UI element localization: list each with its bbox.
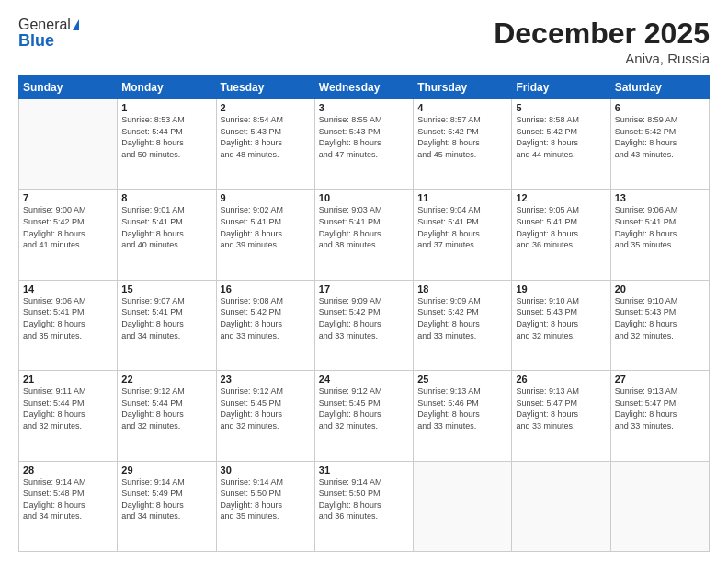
day-info: Sunrise: 8:59 AMSunset: 5:42 PMDaylight:… (615, 114, 705, 160)
day-info: Sunrise: 9:14 AMSunset: 5:50 PMDaylight:… (319, 477, 409, 523)
day-number: 14 (23, 283, 113, 294)
day-number: 8 (121, 192, 211, 203)
calendar-header-row: Sunday Monday Tuesday Wednesday Thursday… (19, 76, 710, 99)
calendar-day: 17Sunrise: 9:09 AMSunset: 5:42 PMDayligh… (314, 280, 413, 370)
calendar-week-row: 14Sunrise: 9:06 AMSunset: 5:41 PMDayligh… (19, 280, 710, 370)
day-number: 20 (615, 283, 705, 294)
calendar-day: 31Sunrise: 9:14 AMSunset: 5:50 PMDayligh… (314, 461, 413, 551)
day-info: Sunrise: 9:09 AMSunset: 5:42 PMDaylight:… (319, 295, 409, 341)
day-number: 26 (516, 373, 606, 385)
day-number: 6 (615, 102, 705, 113)
calendar-table: Sunday Monday Tuesday Wednesday Thursday… (18, 75, 710, 552)
calendar-day: 25Sunrise: 9:13 AMSunset: 5:46 PMDayligh… (414, 371, 512, 461)
calendar-day (512, 461, 610, 551)
day-info: Sunrise: 9:10 AMSunset: 5:43 PMDaylight:… (615, 295, 705, 341)
day-info: Sunrise: 9:00 AMSunset: 5:42 PMDaylight:… (23, 204, 113, 250)
day-info: Sunrise: 9:13 AMSunset: 5:47 PMDaylight:… (615, 385, 705, 431)
calendar-day: 28Sunrise: 9:14 AMSunset: 5:48 PMDayligh… (19, 461, 118, 551)
header-monday: Monday (118, 76, 216, 99)
day-info: Sunrise: 9:08 AMSunset: 5:42 PMDaylight:… (221, 295, 311, 341)
day-number: 28 (23, 465, 113, 476)
calendar-day: 8Sunrise: 9:01 AMSunset: 5:41 PMDaylight… (118, 190, 216, 280)
day-info: Sunrise: 9:07 AMSunset: 5:41 PMDaylight:… (121, 295, 211, 341)
day-number: 30 (221, 465, 311, 476)
day-number: 13 (615, 192, 705, 203)
day-info: Sunrise: 9:14 AMSunset: 5:49 PMDaylight:… (121, 477, 211, 523)
day-number: 2 (221, 102, 311, 113)
header-wednesday: Wednesday (314, 76, 413, 99)
header-saturday: Saturday (610, 76, 709, 99)
page: General Blue December 2025 Aniva, Russia… (0, 0, 728, 563)
day-number: 18 (417, 283, 507, 294)
calendar-day: 24Sunrise: 9:12 AMSunset: 5:45 PMDayligh… (314, 371, 413, 461)
day-number: 19 (516, 283, 606, 294)
day-info: Sunrise: 8:57 AMSunset: 5:42 PMDaylight:… (417, 114, 507, 160)
day-number: 5 (516, 102, 606, 113)
day-number: 11 (417, 192, 507, 203)
day-info: Sunrise: 9:01 AMSunset: 5:41 PMDaylight:… (121, 204, 211, 250)
calendar-day (19, 99, 118, 190)
calendar-title: December 2025 (494, 17, 710, 51)
day-number: 9 (221, 192, 311, 203)
calendar-week-row: 1Sunrise: 8:53 AMSunset: 5:44 PMDaylight… (19, 99, 710, 190)
day-number: 25 (417, 373, 507, 385)
calendar-day: 30Sunrise: 9:14 AMSunset: 5:50 PMDayligh… (216, 461, 314, 551)
calendar-day: 14Sunrise: 9:06 AMSunset: 5:41 PMDayligh… (19, 280, 118, 370)
day-info: Sunrise: 9:10 AMSunset: 5:43 PMDaylight:… (516, 295, 606, 341)
header-thursday: Thursday (414, 76, 512, 99)
calendar-subtitle: Aniva, Russia (494, 51, 710, 66)
calendar-day: 22Sunrise: 9:12 AMSunset: 5:44 PMDayligh… (118, 371, 216, 461)
calendar-day: 15Sunrise: 9:07 AMSunset: 5:41 PMDayligh… (118, 280, 216, 370)
day-number: 23 (221, 373, 311, 385)
calendar-day: 27Sunrise: 9:13 AMSunset: 5:47 PMDayligh… (610, 371, 709, 461)
day-number: 1 (121, 102, 211, 113)
day-info: Sunrise: 9:02 AMSunset: 5:41 PMDaylight:… (221, 204, 311, 250)
day-number: 10 (319, 192, 409, 203)
day-number: 3 (319, 102, 409, 113)
calendar-day: 26Sunrise: 9:13 AMSunset: 5:47 PMDayligh… (512, 371, 610, 461)
day-info: Sunrise: 9:13 AMSunset: 5:47 PMDaylight:… (516, 385, 606, 431)
header-tuesday: Tuesday (216, 76, 314, 99)
calendar-day: 3Sunrise: 8:55 AMSunset: 5:43 PMDaylight… (314, 99, 413, 190)
day-number: 31 (319, 465, 409, 476)
day-number: 15 (121, 283, 211, 294)
calendar-day: 9Sunrise: 9:02 AMSunset: 5:41 PMDaylight… (216, 190, 314, 280)
calendar-day: 19Sunrise: 9:10 AMSunset: 5:43 PMDayligh… (512, 280, 610, 370)
day-number: 22 (121, 373, 211, 385)
day-number: 17 (319, 283, 409, 294)
calendar-day: 10Sunrise: 9:03 AMSunset: 5:41 PMDayligh… (314, 190, 413, 280)
calendar-day: 7Sunrise: 9:00 AMSunset: 5:42 PMDaylight… (19, 190, 118, 280)
day-info: Sunrise: 9:12 AMSunset: 5:45 PMDaylight:… (221, 385, 311, 431)
calendar-day: 29Sunrise: 9:14 AMSunset: 5:49 PMDayligh… (118, 461, 216, 551)
day-info: Sunrise: 9:12 AMSunset: 5:45 PMDaylight:… (319, 385, 409, 431)
calendar-day: 4Sunrise: 8:57 AMSunset: 5:42 PMDaylight… (414, 99, 512, 190)
calendar-day: 18Sunrise: 9:09 AMSunset: 5:42 PMDayligh… (414, 280, 512, 370)
day-info: Sunrise: 9:03 AMSunset: 5:41 PMDaylight:… (319, 204, 409, 250)
header: General Blue December 2025 Aniva, Russia (18, 17, 710, 66)
calendar-week-row: 7Sunrise: 9:00 AMSunset: 5:42 PMDaylight… (19, 190, 710, 280)
day-number: 27 (615, 373, 705, 385)
calendar-day: 1Sunrise: 8:53 AMSunset: 5:44 PMDaylight… (118, 99, 216, 190)
day-info: Sunrise: 9:09 AMSunset: 5:42 PMDaylight:… (417, 295, 507, 341)
day-info: Sunrise: 9:13 AMSunset: 5:46 PMDaylight:… (417, 385, 507, 431)
day-info: Sunrise: 8:58 AMSunset: 5:42 PMDaylight:… (516, 114, 606, 160)
calendar-day (610, 461, 709, 551)
calendar-week-row: 28Sunrise: 9:14 AMSunset: 5:48 PMDayligh… (19, 461, 710, 551)
logo: General Blue (18, 17, 79, 51)
calendar-day: 23Sunrise: 9:12 AMSunset: 5:45 PMDayligh… (216, 371, 314, 461)
day-info: Sunrise: 8:53 AMSunset: 5:44 PMDaylight:… (121, 114, 211, 160)
title-block: December 2025 Aniva, Russia (494, 17, 710, 66)
calendar-day: 13Sunrise: 9:06 AMSunset: 5:41 PMDayligh… (610, 190, 709, 280)
calendar-day: 6Sunrise: 8:59 AMSunset: 5:42 PMDaylight… (610, 99, 709, 190)
calendar-day: 11Sunrise: 9:04 AMSunset: 5:41 PMDayligh… (414, 190, 512, 280)
day-info: Sunrise: 9:11 AMSunset: 5:44 PMDaylight:… (23, 385, 113, 431)
day-number: 7 (23, 192, 113, 203)
day-number: 21 (23, 373, 113, 385)
logo-blue-text: Blue (18, 31, 54, 51)
calendar-week-row: 21Sunrise: 9:11 AMSunset: 5:44 PMDayligh… (19, 371, 710, 461)
calendar-day: 5Sunrise: 8:58 AMSunset: 5:42 PMDaylight… (512, 99, 610, 190)
day-info: Sunrise: 9:06 AMSunset: 5:41 PMDaylight:… (23, 295, 113, 341)
calendar-day: 20Sunrise: 9:10 AMSunset: 5:43 PMDayligh… (610, 280, 709, 370)
day-number: 4 (417, 102, 507, 113)
day-number: 24 (319, 373, 409, 385)
